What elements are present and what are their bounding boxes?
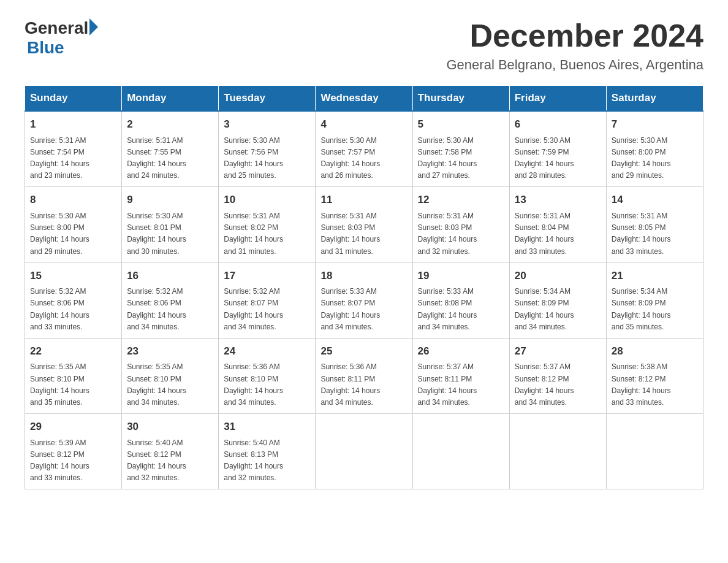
calendar-cell: 25Sunrise: 5:36 AMSunset: 8:11 PMDayligh… xyxy=(316,338,412,413)
logo-blue-text: Blue xyxy=(27,38,64,58)
day-number: 9 xyxy=(127,192,213,208)
day-info: Sunrise: 5:30 AMSunset: 8:00 PMDaylight:… xyxy=(30,210,116,258)
day-info: Sunrise: 5:36 AMSunset: 8:10 PMDaylight:… xyxy=(224,361,310,408)
calendar-cell: 20Sunrise: 5:34 AMSunset: 8:09 PMDayligh… xyxy=(509,262,606,338)
calendar-cell xyxy=(412,414,509,489)
calendar-cell: 6Sunrise: 5:30 AMSunset: 7:59 PMDaylight… xyxy=(509,111,606,187)
day-number: 30 xyxy=(127,419,213,435)
day-number: 31 xyxy=(224,419,310,435)
calendar-cell: 23Sunrise: 5:35 AMSunset: 8:10 PMDayligh… xyxy=(122,338,219,413)
calendar-cell: 10Sunrise: 5:31 AMSunset: 8:02 PMDayligh… xyxy=(219,187,316,262)
weekday-header-sunday: Sunday xyxy=(25,86,122,112)
day-info: Sunrise: 5:37 AMSunset: 8:12 PMDaylight:… xyxy=(515,361,601,408)
weekday-header-friday: Friday xyxy=(509,86,606,112)
day-number: 19 xyxy=(418,268,504,284)
day-number: 8 xyxy=(30,192,116,208)
day-info: Sunrise: 5:32 AMSunset: 8:06 PMDaylight:… xyxy=(127,286,213,333)
day-number: 4 xyxy=(320,117,407,132)
calendar-cell: 9Sunrise: 5:30 AMSunset: 8:01 PMDaylight… xyxy=(122,187,219,262)
logo-general-text: General xyxy=(25,18,88,38)
day-number: 11 xyxy=(320,192,407,208)
day-info: Sunrise: 5:31 AMSunset: 8:05 PMDaylight:… xyxy=(612,210,698,258)
day-number: 16 xyxy=(127,268,213,284)
day-number: 5 xyxy=(418,117,504,132)
calendar-cell: 26Sunrise: 5:37 AMSunset: 8:11 PMDayligh… xyxy=(412,338,509,413)
calendar-cell: 15Sunrise: 5:32 AMSunset: 8:06 PMDayligh… xyxy=(25,262,122,338)
day-info: Sunrise: 5:34 AMSunset: 8:09 PMDaylight:… xyxy=(515,286,601,333)
day-info: Sunrise: 5:38 AMSunset: 8:12 PMDaylight:… xyxy=(612,361,698,408)
calendar-cell: 31Sunrise: 5:40 AMSunset: 8:13 PMDayligh… xyxy=(219,414,316,489)
calendar-cell: 22Sunrise: 5:35 AMSunset: 8:10 PMDayligh… xyxy=(25,338,122,413)
calendar-cell: 30Sunrise: 5:40 AMSunset: 8:12 PMDayligh… xyxy=(122,414,219,489)
day-info: Sunrise: 5:40 AMSunset: 8:12 PMDaylight:… xyxy=(127,437,213,484)
day-number: 6 xyxy=(515,117,601,132)
calendar-cell: 13Sunrise: 5:31 AMSunset: 8:04 PMDayligh… xyxy=(509,187,606,262)
day-info: Sunrise: 5:36 AMSunset: 8:11 PMDaylight:… xyxy=(320,361,407,408)
day-number: 15 xyxy=(30,268,116,284)
day-info: Sunrise: 5:34 AMSunset: 8:09 PMDaylight:… xyxy=(612,286,698,333)
calendar-cell: 16Sunrise: 5:32 AMSunset: 8:06 PMDayligh… xyxy=(122,262,219,338)
weekday-header-row: SundayMondayTuesdayWednesdayThursdayFrid… xyxy=(25,86,703,112)
day-info: Sunrise: 5:40 AMSunset: 8:13 PMDaylight:… xyxy=(224,437,310,484)
calendar-cell xyxy=(316,414,412,489)
day-number: 7 xyxy=(612,117,698,132)
calendar-cell: 19Sunrise: 5:33 AMSunset: 8:08 PMDayligh… xyxy=(412,262,509,338)
day-info: Sunrise: 5:31 AMSunset: 8:03 PMDaylight:… xyxy=(320,210,407,258)
day-number: 26 xyxy=(418,343,504,359)
calendar-cell: 2Sunrise: 5:31 AMSunset: 7:55 PMDaylight… xyxy=(122,111,219,187)
calendar-cell xyxy=(509,414,606,489)
calendar-cell: 7Sunrise: 5:30 AMSunset: 8:00 PMDaylight… xyxy=(606,111,703,187)
day-info: Sunrise: 5:31 AMSunset: 8:03 PMDaylight:… xyxy=(418,210,504,258)
day-info: Sunrise: 5:33 AMSunset: 8:08 PMDaylight:… xyxy=(418,286,504,333)
day-info: Sunrise: 5:30 AMSunset: 7:58 PMDaylight:… xyxy=(418,135,504,182)
day-info: Sunrise: 5:32 AMSunset: 8:07 PMDaylight:… xyxy=(224,286,310,333)
calendar-week-row: 15Sunrise: 5:32 AMSunset: 8:06 PMDayligh… xyxy=(25,262,703,338)
day-info: Sunrise: 5:31 AMSunset: 8:04 PMDaylight:… xyxy=(515,210,601,258)
day-number: 29 xyxy=(30,419,116,435)
weekday-header-saturday: Saturday xyxy=(606,86,703,112)
day-number: 14 xyxy=(612,192,698,208)
day-number: 13 xyxy=(515,192,601,208)
calendar-cell: 3Sunrise: 5:30 AMSunset: 7:56 PMDaylight… xyxy=(219,111,316,187)
calendar-cell: 12Sunrise: 5:31 AMSunset: 8:03 PMDayligh… xyxy=(412,187,509,262)
calendar-cell: 29Sunrise: 5:39 AMSunset: 8:12 PMDayligh… xyxy=(25,414,122,489)
day-number: 1 xyxy=(30,117,116,132)
day-info: Sunrise: 5:35 AMSunset: 8:10 PMDaylight:… xyxy=(127,361,213,408)
calendar-subtitle: General Belgrano, Buenos Aires, Argentin… xyxy=(447,57,704,73)
logo: General Blue xyxy=(25,18,98,58)
calendar-cell: 5Sunrise: 5:30 AMSunset: 7:58 PMDaylight… xyxy=(412,111,509,187)
day-info: Sunrise: 5:39 AMSunset: 8:12 PMDaylight:… xyxy=(30,437,116,484)
weekday-header-thursday: Thursday xyxy=(412,86,509,112)
calendar-cell: 17Sunrise: 5:32 AMSunset: 8:07 PMDayligh… xyxy=(219,262,316,338)
calendar-week-row: 8Sunrise: 5:30 AMSunset: 8:00 PMDaylight… xyxy=(25,187,703,262)
calendar-cell: 1Sunrise: 5:31 AMSunset: 7:54 PMDaylight… xyxy=(25,111,122,187)
calendar-cell: 21Sunrise: 5:34 AMSunset: 8:09 PMDayligh… xyxy=(606,262,703,338)
calendar-cell: 8Sunrise: 5:30 AMSunset: 8:00 PMDaylight… xyxy=(25,187,122,262)
day-number: 22 xyxy=(30,343,116,359)
day-number: 10 xyxy=(224,192,310,208)
calendar-week-row: 1Sunrise: 5:31 AMSunset: 7:54 PMDaylight… xyxy=(25,111,703,187)
calendar-cell: 11Sunrise: 5:31 AMSunset: 8:03 PMDayligh… xyxy=(316,187,412,262)
calendar-title: December 2024 xyxy=(447,18,704,53)
day-number: 2 xyxy=(127,117,213,132)
day-info: Sunrise: 5:30 AMSunset: 8:00 PMDaylight:… xyxy=(612,135,698,182)
day-info: Sunrise: 5:30 AMSunset: 7:56 PMDaylight:… xyxy=(224,135,310,182)
calendar-cell xyxy=(606,414,703,489)
day-number: 27 xyxy=(515,343,601,359)
calendar-week-row: 29Sunrise: 5:39 AMSunset: 8:12 PMDayligh… xyxy=(25,414,703,489)
day-info: Sunrise: 5:32 AMSunset: 8:06 PMDaylight:… xyxy=(30,286,116,333)
calendar-cell: 24Sunrise: 5:36 AMSunset: 8:10 PMDayligh… xyxy=(219,338,316,413)
logo-triangle-icon xyxy=(89,18,98,36)
calendar-cell: 4Sunrise: 5:30 AMSunset: 7:57 PMDaylight… xyxy=(316,111,412,187)
day-number: 17 xyxy=(224,268,310,284)
day-info: Sunrise: 5:30 AMSunset: 8:01 PMDaylight:… xyxy=(127,210,213,258)
calendar-cell: 27Sunrise: 5:37 AMSunset: 8:12 PMDayligh… xyxy=(509,338,606,413)
day-number: 25 xyxy=(320,343,407,359)
day-info: Sunrise: 5:30 AMSunset: 7:57 PMDaylight:… xyxy=(320,135,407,182)
calendar-cell: 18Sunrise: 5:33 AMSunset: 8:07 PMDayligh… xyxy=(316,262,412,338)
header: General Blue December 2024 General Belgr… xyxy=(25,18,703,73)
calendar-cell: 14Sunrise: 5:31 AMSunset: 8:05 PMDayligh… xyxy=(606,187,703,262)
title-area: December 2024 General Belgrano, Buenos A… xyxy=(447,18,704,73)
day-number: 24 xyxy=(224,343,310,359)
day-number: 23 xyxy=(127,343,213,359)
